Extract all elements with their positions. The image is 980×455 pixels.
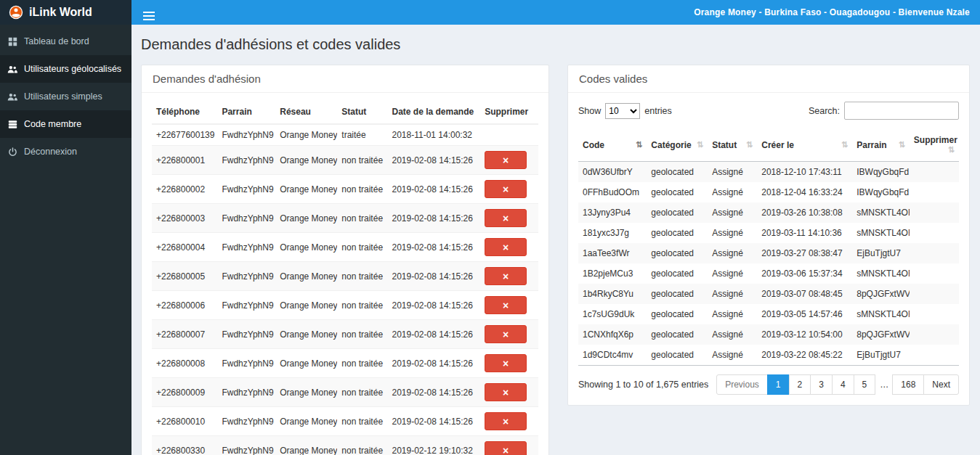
date-cell: 2019-02-12 19:10:32 — [388, 436, 481, 455]
reseau-cell: Orange Money — [275, 146, 337, 175]
supprimer-cell — [910, 182, 959, 202]
codes-column-header-3[interactable]: Créer le⇅ — [757, 128, 852, 162]
pagination-page-1[interactable]: 1 — [767, 374, 790, 395]
x-icon: × — [503, 242, 509, 253]
sidebar-item-deconnexion[interactable]: Déconnexion — [0, 138, 131, 165]
categorie-cell: geolocated — [647, 284, 708, 304]
adhesions-column-header-3: Statut — [337, 100, 387, 124]
x-icon: × — [503, 358, 509, 369]
brand[interactable]: iLink World — [0, 0, 131, 25]
delete-cell: × — [480, 204, 538, 233]
statut-cell: non traitée — [337, 436, 387, 455]
code-row: 1c7sUG9dUkgeolocatedAssigné2019-03-05 14… — [578, 304, 959, 324]
code-row: 1d9CDtc4mvgeolocatedAssigné2019-03-22 08… — [578, 345, 959, 366]
pagination-page-168[interactable]: 168 — [892, 374, 924, 395]
parrain-cell: FwdhzYphN9 — [217, 175, 275, 204]
statut-cell: Assigné — [708, 304, 757, 324]
phone-cell: +226800010 — [152, 407, 217, 436]
sidebar-item-utilisateurs-simples[interactable]: Utilisateurs simples — [0, 83, 131, 110]
codes-panel-body: Show 10 entries Search: Code⇅Catégorie⇅S… — [568, 93, 969, 405]
delete-button[interactable]: × — [485, 325, 527, 343]
statut-cell: Assigné — [708, 263, 757, 284]
delete-button[interactable]: × — [485, 354, 527, 372]
codes-column-header-2[interactable]: Statut⇅ — [708, 128, 757, 162]
pagination-page-4[interactable]: 4 — [832, 374, 854, 395]
codes-column-header-1[interactable]: Catégorie⇅ — [647, 128, 708, 162]
search-label: Search: — [809, 106, 840, 116]
x-icon: × — [503, 184, 509, 194]
pagination-page-3[interactable]: 3 — [810, 374, 833, 395]
reseau-cell: Orange Money — [275, 349, 337, 378]
adhesion-row: +226800007FwdhzYphN9Orange Moneynon trai… — [152, 320, 538, 349]
categorie-cell: geolocated — [647, 243, 708, 263]
delete-button[interactable]: × — [485, 412, 527, 430]
code-row: 0dW36UfbrYgeolocatedAssigné2018-12-10 17… — [578, 162, 959, 183]
phone-cell: +226800330 — [152, 436, 217, 455]
x-icon: × — [503, 155, 509, 165]
code-row: 1CNXhfqX6pgeolocatedAssigné2019-03-12 10… — [578, 324, 959, 345]
code-row: 1B2pjeMCu3geolocatedAssigné2019-03-06 15… — [578, 263, 959, 284]
adhesion-row: +226800330FwdhzYphN9Orange Moneynon trai… — [152, 436, 538, 455]
page-length-select[interactable]: 10 — [605, 103, 640, 119]
sidebar-item-tableau-de-bord[interactable]: Tableau de bord — [0, 28, 131, 55]
parrain-cell: 8pQJGFxtWV — [852, 324, 910, 345]
supprimer-cell — [910, 324, 959, 345]
reseau-cell: Orange Money — [275, 378, 337, 407]
supprimer-cell — [910, 223, 959, 243]
parrain-cell: FwdhzYphN9 — [217, 204, 275, 233]
adhesion-row: +226800005FwdhzYphN9Orange Moneynon trai… — [152, 262, 538, 291]
delete-button[interactable]: × — [485, 180, 527, 198]
statut-cell: Assigné — [708, 243, 757, 263]
parrain-cell: FwdhzYphN9 — [217, 320, 275, 349]
codes-column-header-0[interactable]: Code⇅ — [578, 128, 647, 162]
delete-button[interactable]: × — [485, 267, 527, 285]
delete-button[interactable]: × — [485, 209, 527, 227]
member-code-icon — [7, 120, 17, 129]
phone-cell: +226800004 — [152, 233, 217, 262]
parrain-cell: FwdhzYphN9 — [217, 436, 275, 455]
search-input[interactable] — [844, 102, 959, 120]
delete-button[interactable]: × — [485, 296, 527, 314]
pagination-previous-button[interactable]: Previous — [716, 374, 768, 395]
codes-column-header-4[interactable]: Parrain⇅ — [852, 128, 910, 162]
phone-cell: +226800006 — [152, 291, 217, 320]
dashboard-icon — [7, 37, 17, 46]
date-cell: 2019-03-05 14:57:46 — [757, 304, 852, 324]
delete-cell: × — [480, 320, 538, 349]
codes-column-header-5[interactable]: Supprimer⇅ — [910, 128, 959, 162]
supprimer-cell — [910, 202, 959, 223]
pagination-next-button[interactable]: Next — [923, 374, 959, 395]
pagination-page-5[interactable]: 5 — [854, 374, 876, 395]
adhesions-column-header-5: Supprimer — [480, 100, 538, 124]
code-cell: 1c7sUG9dUk — [578, 304, 647, 324]
date-cell: 2019-02-08 14:15:26 — [388, 146, 481, 175]
delete-cell: × — [480, 175, 538, 204]
sidebar-item-utilisateurs-geolocalises[interactable]: Utilisateurs géolocalisés — [0, 55, 131, 83]
adhesions-panel-title: Demandes d'adhésion — [142, 65, 548, 93]
pagination-page-2[interactable]: 2 — [789, 374, 811, 395]
delete-cell: × — [480, 262, 538, 291]
user-info[interactable]: Orange Money - Burkina Faso - Ouagadougo… — [694, 7, 970, 17]
adhesion-row: +226800001FwdhzYphN9Orange Moneynon trai… — [152, 146, 538, 175]
column-label: Catégorie — [651, 140, 691, 150]
delete-button[interactable]: × — [485, 151, 527, 169]
date-cell: 2019-02-08 14:15:26 — [388, 262, 481, 291]
adhesions-column-header-4: Date de la demande — [388, 100, 481, 124]
delete-button[interactable]: × — [485, 383, 527, 401]
datatable-toolbar: Show 10 entries Search: — [578, 102, 959, 120]
sort-icon: ⇅ — [636, 140, 642, 149]
code-cell: 1d9CDtc4mv — [578, 345, 647, 366]
supprimer-cell — [910, 345, 959, 366]
phone-cell: +226800009 — [152, 378, 217, 407]
reseau-cell: Orange Money — [275, 262, 337, 291]
delete-button[interactable]: × — [485, 238, 527, 256]
adhesion-row: +22677600139FwdhzYphN9Orange Moneytraité… — [152, 124, 538, 146]
delete-button[interactable]: × — [485, 441, 527, 455]
adhesion-row: +226800010FwdhzYphN9Orange Moneynon trai… — [152, 407, 538, 436]
parrain-cell: 8pQJGFxtWV — [852, 284, 910, 304]
reseau-cell: Orange Money — [275, 124, 337, 146]
sidebar-item-code-membre[interactable]: Code membre — [0, 110, 131, 138]
code-cell: 181yxc3J7g — [578, 223, 647, 243]
delete-cell: × — [480, 407, 538, 436]
sidebar-toggle-button[interactable] — [142, 1, 156, 23]
